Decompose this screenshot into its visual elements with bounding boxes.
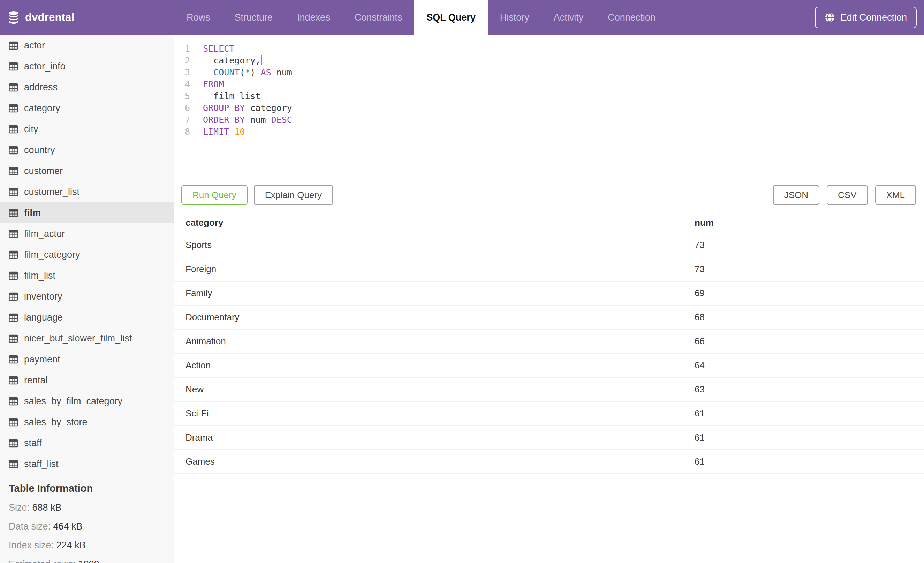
code-text: SELECT xyxy=(190,43,234,55)
table-icon xyxy=(9,125,18,134)
sidebar-item-rental[interactable]: rental xyxy=(0,370,174,391)
sidebar-item-actor[interactable]: actor xyxy=(0,35,174,56)
cell-num: 66 xyxy=(694,336,924,347)
table-row: Drama61 xyxy=(174,426,924,450)
tab-sql-query[interactable]: SQL Query xyxy=(414,0,488,35)
table-icon xyxy=(9,355,18,364)
sidebar-item-label: language xyxy=(24,312,63,323)
sidebar-item-label: customer_list xyxy=(24,187,80,197)
sidebar-item-staff[interactable]: staff xyxy=(0,432,174,453)
code-line: 4FROM xyxy=(174,78,924,90)
tab-history[interactable]: History xyxy=(488,0,542,35)
sidebar-item-label: category xyxy=(24,103,60,114)
app-header: dvdrental RowsStructureIndexesConstraint… xyxy=(0,0,924,35)
code-text: GROUP BY category xyxy=(190,102,292,114)
table-list: actor actor_info address category city c… xyxy=(0,35,174,474)
line-number: 4 xyxy=(174,78,190,90)
cell-num: 68 xyxy=(694,312,924,323)
table-icon xyxy=(9,292,18,301)
sidebar-item-label: customer xyxy=(24,166,63,177)
info-row-data-size-: Data size: 464 kB xyxy=(9,521,167,532)
cell-category: New xyxy=(174,384,694,395)
table-row: Games61 xyxy=(174,450,924,474)
edit-connection-button[interactable]: Edit Connection xyxy=(815,7,916,28)
sidebar-item-film-category[interactable]: film_category xyxy=(0,244,174,265)
text-cursor xyxy=(261,56,262,65)
info-row-estimated-rows-: Estimated rows: 1000 xyxy=(9,559,167,563)
tab-constraints[interactable]: Constraints xyxy=(342,0,415,35)
sidebar-item-country[interactable]: country xyxy=(0,140,174,161)
export-json-button[interactable]: JSON xyxy=(773,185,819,205)
export-csv-button[interactable]: CSV xyxy=(827,185,867,205)
cell-category: Action xyxy=(174,360,694,371)
table-icon xyxy=(9,251,18,259)
info-value: 688 kB xyxy=(32,502,62,513)
sidebar-item-inventory[interactable]: inventory xyxy=(0,286,174,307)
cell-num: 63 xyxy=(694,384,924,395)
info-value: 464 kB xyxy=(53,521,82,531)
code-text: COUNT(*) AS num xyxy=(190,67,292,78)
tab-structure[interactable]: Structure xyxy=(222,0,285,35)
database-name: dvdrental xyxy=(25,11,74,24)
code-line: 8LIMIT 10 xyxy=(174,126,924,138)
code-text: FROM xyxy=(190,78,224,90)
table-row: Foreign73 xyxy=(174,257,924,281)
run-query-button[interactable]: Run Query xyxy=(182,185,248,205)
cell-num: 61 xyxy=(694,408,924,419)
sidebar-item-label: actor_info xyxy=(24,61,66,72)
sidebar-item-label: sales_by_film_category xyxy=(24,396,122,407)
sidebar-item-payment[interactable]: payment xyxy=(0,349,174,370)
sidebar-item-sales-by-film-category[interactable]: sales_by_film_category xyxy=(0,391,174,411)
cell-num: 69 xyxy=(694,288,924,299)
info-value: 1000 xyxy=(78,559,99,563)
tab-indexes[interactable]: Indexes xyxy=(285,0,342,35)
sidebar-item-nicer-but-slower-film-list[interactable]: nicer_but_slower_film_list xyxy=(0,328,174,349)
main-panel: 1SELECT2 category,3 COUNT(*) AS num4FROM… xyxy=(174,35,924,563)
table-row: New63 xyxy=(174,378,924,402)
table-icon xyxy=(9,397,18,406)
sidebar-item-film-actor[interactable]: film_actor xyxy=(0,223,174,244)
cell-category: Sci-Fi xyxy=(174,408,694,419)
sidebar-item-label: sales_by_store xyxy=(24,417,87,428)
sidebar-item-language[interactable]: language xyxy=(0,307,174,328)
cell-num: 61 xyxy=(694,456,924,467)
cell-num: 73 xyxy=(694,240,924,251)
tab-rows[interactable]: Rows xyxy=(174,0,222,35)
info-value: 224 kB xyxy=(57,540,86,551)
table-icon xyxy=(9,83,18,92)
sidebar-item-actor-info[interactable]: actor_info xyxy=(0,56,174,77)
sidebar-item-category[interactable]: category xyxy=(0,98,174,119)
sidebar-item-address[interactable]: address xyxy=(0,77,174,98)
table-icon xyxy=(9,272,18,280)
info-row-index-size-: Index size: 224 kB xyxy=(9,540,167,551)
cell-category: Animation xyxy=(174,336,694,347)
sidebar-item-staff-list[interactable]: staff_list xyxy=(0,453,174,474)
code-text: ORDER BY num DESC xyxy=(190,114,292,126)
table-row: Action64 xyxy=(174,354,924,378)
sidebar-item-sales-by-store[interactable]: sales_by_store xyxy=(0,411,174,432)
sidebar-item-label: inventory xyxy=(24,291,62,302)
cell-category: Foreign xyxy=(174,264,694,275)
sidebar-item-customer[interactable]: customer xyxy=(0,161,174,182)
tab-activity[interactable]: Activity xyxy=(542,0,596,35)
cell-num: 73 xyxy=(694,264,924,275)
tab-connection[interactable]: Connection xyxy=(596,0,668,35)
table-row: Documentary68 xyxy=(174,306,924,330)
sidebar-item-customer-list[interactable]: customer_list xyxy=(0,182,174,202)
explain-query-button[interactable]: Explain Query xyxy=(254,185,333,205)
table-icon xyxy=(9,167,18,176)
table-icon xyxy=(9,313,18,322)
export-xml-button[interactable]: XML xyxy=(875,185,916,205)
info-label: Index size: xyxy=(9,540,57,551)
sidebar-item-film-list[interactable]: film_list xyxy=(0,265,174,286)
database-logo: dvdrental xyxy=(0,0,174,35)
sidebar-item-city[interactable]: city xyxy=(0,119,174,140)
sql-editor[interactable]: 1SELECT2 category,3 COUNT(*) AS num4FROM… xyxy=(174,35,924,182)
table-icon xyxy=(9,418,18,426)
sidebar-item-film[interactable]: film xyxy=(0,202,174,223)
line-number: 5 xyxy=(174,90,190,102)
sidebar-item-label: staff_list xyxy=(24,459,58,470)
sidebar-item-label: address xyxy=(24,82,57,93)
sidebar-item-label: film_list xyxy=(24,270,56,281)
code-line: 2 category, xyxy=(174,55,924,67)
